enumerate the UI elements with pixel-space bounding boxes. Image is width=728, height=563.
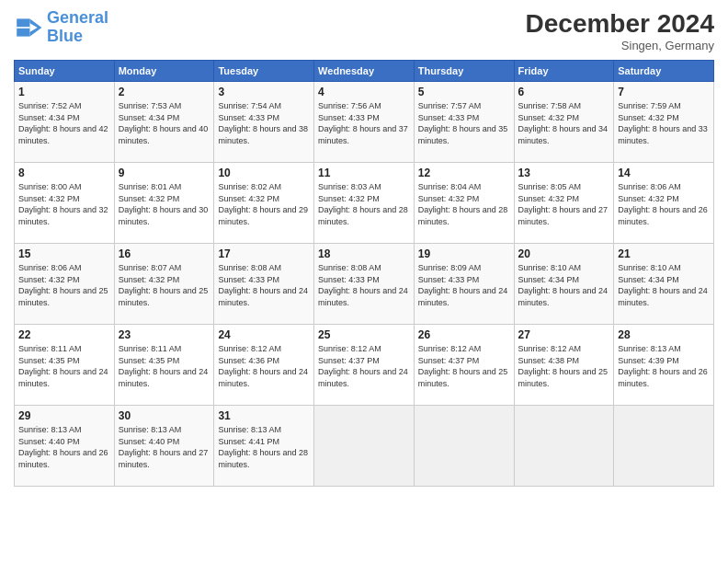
sunset-label: Sunset: 4:37 PM [318, 356, 380, 365]
cell-week2-day3: 11 Sunrise: 8:03 AM Sunset: 4:32 PM Dayl… [314, 163, 415, 244]
day-info: Sunrise: 8:13 AM Sunset: 4:41 PM Dayligh… [218, 424, 310, 470]
sunrise-label: Sunrise: 8:13 AM [119, 425, 182, 434]
sunrise-label: Sunrise: 8:12 AM [318, 344, 381, 353]
day-number: 28 [618, 328, 710, 341]
sunrise-label: Sunrise: 7:58 AM [518, 101, 582, 110]
day-number: 11 [318, 167, 410, 179]
col-tuesday: Tuesday [214, 61, 314, 82]
day-info: Sunrise: 8:12 AM Sunset: 4:37 PM Dayligh… [318, 343, 410, 389]
day-number: 30 [119, 409, 210, 422]
day-number: 23 [119, 328, 210, 341]
day-info: Sunrise: 8:13 AM Sunset: 4:40 PM Dayligh… [119, 424, 210, 470]
daylight-label: Daylight: 8 hours and 24 minutes. [119, 367, 209, 388]
sunset-label: Sunset: 4:34 PM [618, 275, 679, 284]
sunrise-label: Sunrise: 8:08 AM [318, 263, 381, 272]
cell-week5-day0: 29 Sunrise: 8:13 AM Sunset: 4:40 PM Dayl… [15, 406, 115, 487]
day-info: Sunrise: 7:52 AM Sunset: 4:34 PM Dayligh… [18, 100, 110, 146]
sunset-label: Sunset: 4:32 PM [418, 194, 480, 203]
week-row-2: 8 Sunrise: 8:00 AM Sunset: 4:32 PM Dayli… [15, 163, 714, 244]
week-row-3: 15 Sunrise: 8:06 AM Sunset: 4:32 PM Dayl… [15, 244, 714, 325]
daylight-label: Daylight: 8 hours and 32 minutes. [18, 205, 108, 226]
sunset-label: Sunset: 4:35 PM [119, 356, 180, 365]
daylight-label: Daylight: 8 hours and 28 minutes. [418, 205, 508, 226]
sunrise-label: Sunrise: 7:56 AM [318, 101, 381, 110]
sunrise-label: Sunrise: 7:54 AM [218, 101, 281, 110]
sunrise-label: Sunrise: 8:09 AM [418, 263, 482, 272]
sunrise-label: Sunrise: 8:12 AM [218, 344, 281, 353]
cell-week1-day2: 3 Sunrise: 7:54 AM Sunset: 4:33 PM Dayli… [214, 82, 314, 163]
day-number: 5 [418, 86, 510, 98]
day-info: Sunrise: 8:03 AM Sunset: 4:32 PM Dayligh… [318, 181, 410, 227]
day-info: Sunrise: 8:06 AM Sunset: 4:32 PM Dayligh… [618, 181, 710, 227]
svg-rect-3 [17, 29, 29, 37]
sunrise-label: Sunrise: 7:53 AM [119, 101, 182, 110]
col-friday: Friday [514, 61, 614, 82]
daylight-label: Daylight: 8 hours and 28 minutes. [318, 205, 408, 226]
day-number: 21 [618, 247, 710, 260]
page: GeneralBlue December 2024 Singen, German… [0, 0, 728, 563]
svg-rect-2 [17, 18, 29, 27]
cell-week1-day5: 6 Sunrise: 7:58 AM Sunset: 4:32 PM Dayli… [514, 82, 614, 163]
week-row-5: 29 Sunrise: 8:13 AM Sunset: 4:40 PM Dayl… [15, 406, 714, 487]
day-info: Sunrise: 8:09 AM Sunset: 4:33 PM Dayligh… [418, 262, 510, 308]
day-number: 31 [218, 409, 310, 422]
sunset-label: Sunset: 4:33 PM [318, 113, 380, 122]
daylight-label: Daylight: 8 hours and 24 minutes. [518, 286, 609, 307]
day-number: 24 [218, 328, 310, 341]
daylight-label: Daylight: 8 hours and 38 minutes. [218, 124, 308, 145]
daylight-label: Daylight: 8 hours and 37 minutes. [318, 124, 408, 145]
cell-week4-day3: 25 Sunrise: 8:12 AM Sunset: 4:37 PM Dayl… [314, 325, 415, 406]
logo-blue: Blue [47, 27, 83, 45]
day-info: Sunrise: 8:12 AM Sunset: 4:37 PM Dayligh… [418, 343, 510, 389]
daylight-label: Daylight: 8 hours and 42 minutes. [18, 124, 108, 145]
day-info: Sunrise: 7:58 AM Sunset: 4:32 PM Dayligh… [518, 100, 610, 146]
sunset-label: Sunset: 4:32 PM [18, 275, 80, 284]
sunset-label: Sunset: 4:34 PM [518, 275, 580, 284]
col-wednesday: Wednesday [314, 61, 415, 82]
cell-week5-day3 [314, 406, 415, 487]
sunset-label: Sunset: 4:34 PM [18, 113, 80, 122]
day-info: Sunrise: 8:02 AM Sunset: 4:32 PM Dayligh… [218, 181, 310, 227]
cell-week4-day0: 22 Sunrise: 8:11 AM Sunset: 4:35 PM Dayl… [15, 325, 115, 406]
sunset-label: Sunset: 4:41 PM [218, 437, 279, 446]
sunset-label: Sunset: 4:37 PM [418, 356, 480, 365]
sunrise-label: Sunrise: 8:03 AM [318, 182, 381, 191]
cell-week4-day5: 27 Sunrise: 8:12 AM Sunset: 4:38 PM Dayl… [514, 325, 614, 406]
daylight-label: Daylight: 8 hours and 26 minutes. [618, 367, 708, 388]
day-info: Sunrise: 8:11 AM Sunset: 4:35 PM Dayligh… [18, 343, 110, 389]
day-info: Sunrise: 7:54 AM Sunset: 4:33 PM Dayligh… [218, 100, 310, 146]
sunrise-label: Sunrise: 7:52 AM [18, 101, 82, 110]
day-info: Sunrise: 8:05 AM Sunset: 4:32 PM Dayligh… [518, 181, 610, 227]
sunset-label: Sunset: 4:40 PM [119, 437, 180, 446]
cell-week3-day6: 21 Sunrise: 8:10 AM Sunset: 4:34 PM Dayl… [614, 244, 714, 325]
sunrise-label: Sunrise: 8:05 AM [518, 182, 582, 191]
daylight-label: Daylight: 8 hours and 24 minutes. [218, 367, 308, 388]
sunrise-label: Sunrise: 8:10 AM [618, 263, 681, 272]
sunset-label: Sunset: 4:32 PM [18, 194, 80, 203]
day-number: 20 [518, 247, 610, 260]
sunset-label: Sunset: 4:32 PM [618, 194, 679, 203]
sunrise-label: Sunrise: 8:13 AM [18, 425, 82, 434]
sunrise-label: Sunrise: 8:01 AM [119, 182, 182, 191]
month-title: December 2024 [526, 9, 714, 39]
location: Singen, Germany [526, 39, 714, 52]
daylight-label: Daylight: 8 hours and 24 minutes. [318, 367, 408, 388]
sunrise-label: Sunrise: 7:59 AM [618, 101, 681, 110]
cell-week2-day5: 13 Sunrise: 8:05 AM Sunset: 4:32 PM Dayl… [514, 163, 614, 244]
cell-week2-day6: 14 Sunrise: 8:06 AM Sunset: 4:32 PM Dayl… [614, 163, 714, 244]
day-info: Sunrise: 8:07 AM Sunset: 4:32 PM Dayligh… [119, 262, 210, 308]
day-number: 2 [119, 86, 210, 98]
sunrise-label: Sunrise: 8:13 AM [218, 425, 281, 434]
day-number: 12 [418, 167, 510, 179]
day-number: 10 [218, 167, 310, 179]
sunrise-label: Sunrise: 8:12 AM [418, 344, 482, 353]
daylight-label: Daylight: 8 hours and 33 minutes. [618, 124, 708, 145]
cell-week5-day5 [514, 406, 614, 487]
day-info: Sunrise: 8:00 AM Sunset: 4:32 PM Dayligh… [18, 181, 110, 227]
cell-week5-day2: 31 Sunrise: 8:13 AM Sunset: 4:41 PM Dayl… [214, 406, 314, 487]
sunrise-label: Sunrise: 8:10 AM [518, 263, 582, 272]
day-info: Sunrise: 8:04 AM Sunset: 4:32 PM Dayligh… [418, 181, 510, 227]
daylight-label: Daylight: 8 hours and 25 minutes. [518, 367, 609, 388]
day-info: Sunrise: 8:08 AM Sunset: 4:33 PM Dayligh… [318, 262, 410, 308]
day-info: Sunrise: 8:10 AM Sunset: 4:34 PM Dayligh… [518, 262, 610, 308]
